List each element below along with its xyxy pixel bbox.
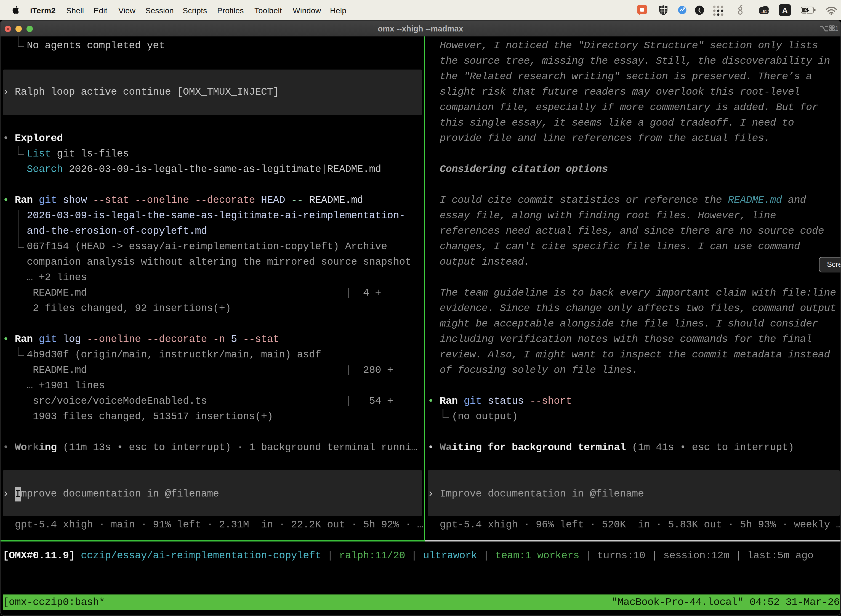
svg-text:1: 1 (835, 25, 838, 32)
svg-text:A: A (782, 6, 787, 15)
svg-text:..61: ..61 (760, 9, 767, 14)
